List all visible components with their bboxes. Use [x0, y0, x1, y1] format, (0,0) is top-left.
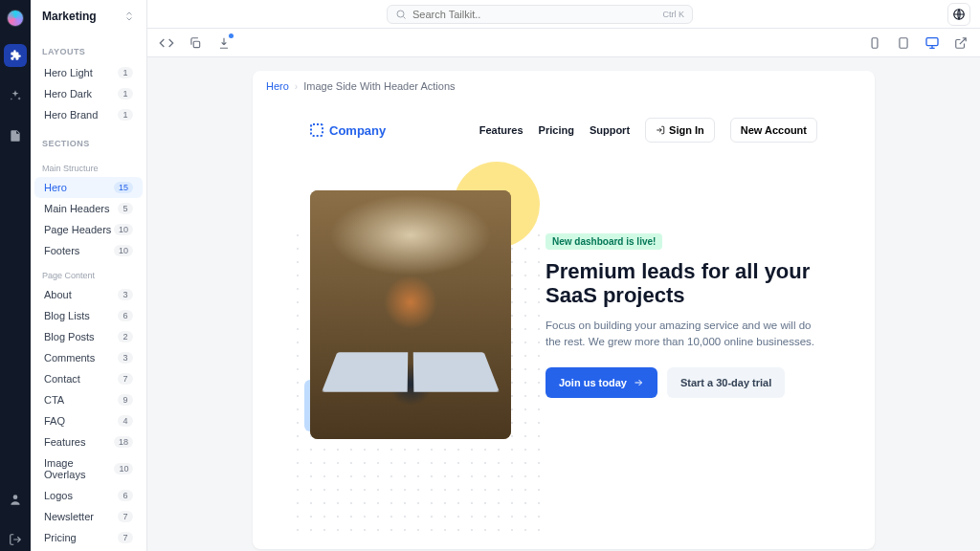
sidebar-item[interactable]: Blog Posts2: [34, 326, 143, 347]
sidebar-item-label: Logos: [44, 490, 73, 501]
count-badge: 1: [118, 88, 133, 99]
sidebar-item-label: Contact: [44, 373, 80, 385]
svg-rect-6: [926, 37, 938, 45]
count-badge: 3: [118, 289, 133, 300]
nav-link-features[interactable]: Features: [479, 124, 523, 136]
breadcrumb-root[interactable]: Hero: [266, 80, 289, 92]
count-badge: 4: [118, 415, 133, 427]
sidebar: Marketing LAYOUTSHero Light1Hero Dark1He…: [31, 0, 147, 551]
external-link-icon[interactable]: [953, 35, 969, 51]
count-badge: 1: [118, 109, 133, 121]
hero-image: [310, 190, 511, 439]
sidebar-item-label: Features: [44, 436, 85, 448]
preview-nav: Features Pricing Support Sign In New Acc…: [479, 118, 817, 143]
sidebar-item[interactable]: FAQ4: [34, 410, 143, 431]
sidebar-item-label: CTA: [44, 394, 64, 406]
sidebar-item[interactable]: Contact7: [34, 368, 143, 389]
topbar: Ctrl K: [147, 0, 980, 29]
viewport-desktop-icon[interactable]: [924, 35, 940, 51]
viewport-mobile-icon[interactable]: [867, 35, 882, 51]
sidebar-item-label: Newsletter: [44, 511, 94, 522]
sidebar-item[interactable]: Blog Lists6: [34, 305, 143, 326]
nav-components-icon[interactable]: [4, 44, 27, 67]
sidebar-title: Marketing: [42, 10, 97, 23]
search-box[interactable]: Ctrl K: [387, 5, 693, 24]
nav-docs-icon[interactable]: [4, 124, 27, 147]
sidebar-item-label: Image Overlays: [44, 457, 114, 480]
sidebar-item-label: Hero: [44, 182, 67, 193]
breadcrumb-current: Image Side With Header Actions: [303, 80, 455, 92]
count-badge: 10: [114, 224, 133, 235]
sidebar-item[interactable]: Newsletter7: [34, 506, 143, 527]
cta-secondary-button[interactable]: Start a 30-day trial: [667, 367, 785, 398]
sidebar-item[interactable]: Hero Light1: [34, 62, 143, 83]
app-logo[interactable]: [7, 10, 24, 27]
count-badge: 10: [114, 245, 133, 256]
nav-ai-icon[interactable]: [4, 84, 27, 107]
count-badge: 10: [114, 463, 133, 474]
nav-link-support[interactable]: Support: [590, 124, 630, 136]
sidebar-item-label: About: [44, 289, 72, 300]
globe-icon: [952, 8, 966, 21]
sidebar-item[interactable]: Image Overlays10: [34, 452, 143, 485]
sidebar-item-label: Hero Dark: [44, 88, 92, 99]
chevron-up-down-icon: [123, 11, 135, 22]
sidebar-item[interactable]: Main Headers5: [34, 198, 143, 219]
nav-link-pricing[interactable]: Pricing: [539, 124, 574, 136]
main: Ctrl K Hero › Image Side With Header Act…: [147, 0, 980, 551]
sidebar-item[interactable]: Features18: [34, 431, 143, 452]
preview-header: Company Features Pricing Support Sign In…: [253, 102, 875, 143]
hero-copy: New dashboard is live! Premium leads for…: [546, 231, 817, 398]
hero-sub: Focus on building your amazing service a…: [546, 318, 817, 351]
count-badge: 7: [118, 532, 133, 543]
count-badge: 2: [118, 331, 133, 342]
user-icon[interactable]: [4, 488, 27, 511]
login-icon: [656, 125, 665, 135]
count-badge: 15: [114, 182, 133, 193]
hero-section: New dashboard is live! Premium leads for…: [253, 143, 875, 487]
brand[interactable]: Company: [310, 123, 386, 138]
sidebar-item[interactable]: About3: [34, 284, 143, 305]
sidebar-item-label: Comments: [44, 352, 95, 364]
section-label: SECTIONS: [31, 125, 146, 154]
viewport-tablet-icon[interactable]: [896, 35, 911, 51]
breadcrumb: Hero › Image Side With Header Actions: [253, 71, 875, 102]
brand-label: Company: [329, 123, 386, 138]
svg-point-1: [397, 11, 404, 17]
logout-icon[interactable]: [4, 528, 27, 551]
code-view-icon[interactable]: [159, 35, 174, 51]
sidebar-item-label: FAQ: [44, 415, 65, 427]
sidebar-item[interactable]: Hero15: [34, 177, 143, 198]
canvas: Hero › Image Side With Header Actions Co…: [147, 57, 980, 551]
icon-rail: [0, 0, 31, 551]
chevron-right-icon: ›: [295, 81, 298, 92]
sidebar-item[interactable]: CTA9: [34, 389, 143, 410]
count-badge: 6: [118, 310, 133, 321]
sidebar-switcher[interactable]: Marketing: [31, 0, 146, 33]
count-badge: 1: [118, 67, 133, 78]
sidebar-item[interactable]: Page Headers10: [34, 219, 143, 240]
sidebar-item[interactable]: Hero Dark1: [34, 83, 143, 104]
new-account-button[interactable]: New Account: [730, 118, 817, 143]
search-kbd: Ctrl K: [663, 10, 685, 19]
sidebar-item[interactable]: Hero Brand1: [34, 104, 143, 125]
arrow-right-icon: [633, 377, 644, 388]
sidebar-item-label: Blog Lists: [44, 310, 90, 321]
sidebar-item[interactable]: Logos6: [34, 485, 143, 506]
sidebar-item[interactable]: Comments3: [34, 347, 143, 368]
signin-button[interactable]: Sign In: [645, 118, 715, 143]
search-input[interactable]: [412, 9, 657, 20]
sidebar-item[interactable]: Footers10: [34, 240, 143, 261]
svg-point-0: [13, 495, 18, 499]
copy-icon[interactable]: [188, 35, 203, 51]
sidebar-item-label: Footers: [44, 245, 79, 256]
count-badge: 7: [118, 511, 133, 522]
count-badge: 5: [118, 203, 133, 214]
hero-headline: Premium leads for all your SaaS projects: [546, 259, 817, 308]
sidebar-item-label: Hero Brand: [44, 109, 98, 121]
announcement-pill[interactable]: New dashboard is live!: [546, 233, 662, 250]
cta-primary-button[interactable]: Join us today: [546, 367, 657, 398]
locale-button[interactable]: [947, 3, 970, 26]
download-icon[interactable]: [216, 35, 232, 51]
sidebar-item[interactable]: Pricing7: [34, 527, 143, 548]
